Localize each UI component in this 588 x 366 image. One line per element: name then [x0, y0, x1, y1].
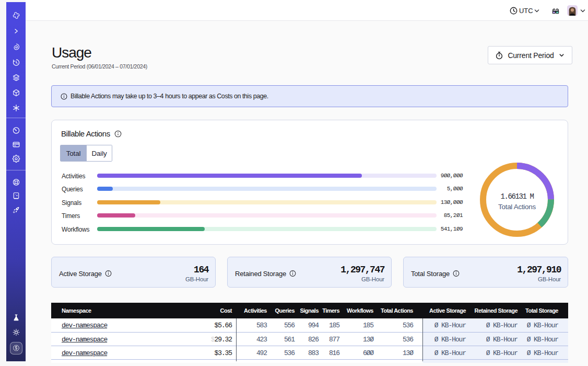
svg-text:Total Actions: Total Actions: [498, 203, 536, 211]
svg-text:1.66131 M: 1.66131 M: [500, 192, 534, 201]
